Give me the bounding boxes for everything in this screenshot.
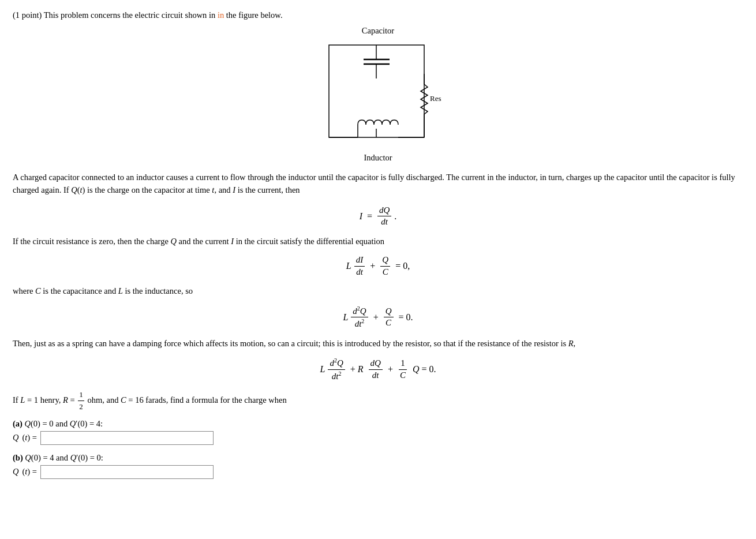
intro-rest: the figure below.	[224, 10, 282, 20]
inductor-label: Inductor	[364, 153, 392, 163]
fraction-qc1: Q C	[380, 254, 390, 278]
part-b-var-label: Q	[13, 467, 18, 477]
fraction-didt: dI dt	[354, 254, 365, 278]
description-para2: If the circuit resistance is zero, then …	[13, 235, 743, 248]
intro-paragraph: (1 point) This problem concerns the elec…	[13, 10, 743, 20]
equation-full-rlc: L d2Q dt2 + R dQ dt + 1 C Q = 0.	[13, 357, 743, 382]
part-b-condition: Q(0) = 4 and Q′(0) = 0:	[25, 453, 103, 462]
intro-text: (1 point) This problem concerns the elec…	[13, 10, 218, 20]
part-b-condition-line: (b) Q(0) = 4 and Q′(0) = 0:	[13, 453, 743, 463]
equation-ld2q: L d2Q dt2 + Q C = 0.	[13, 305, 743, 330]
description-para4: Then, just as as a spring can have a dam…	[13, 337, 743, 350]
part-a-condition: Q(0) = 0 and Q′(0) = 4:	[25, 419, 103, 428]
part-b-input[interactable]	[40, 465, 214, 479]
intro-highlight: in	[218, 10, 224, 20]
circuit-figure: Capacitor Resistor In	[13, 26, 743, 163]
part-a-label: (a)	[13, 419, 23, 428]
resistor-label-text: Resistor	[430, 94, 441, 103]
description-para3: where C is the capacitance and L is the …	[13, 285, 743, 297]
fraction-1c: 1 C	[398, 358, 407, 381]
fraction-d2q2: d2Q dt2	[328, 357, 345, 382]
given-values-text: If L = 1 henry, R = 1 2 ohm, and C = 16 …	[13, 389, 743, 413]
part-b-answer-row: Q(t) =	[13, 465, 743, 479]
part-a-answer-row: Q(t) =	[13, 431, 743, 445]
circuit-diagram: Resistor	[315, 39, 441, 152]
part-a-var-label: Q	[13, 433, 18, 443]
fraction-d2qdt2: d2Q dt2	[351, 305, 368, 330]
part-b-label: (b)	[13, 453, 23, 462]
part-a-condition-line: (a) Q(0) = 0 and Q′(0) = 4:	[13, 419, 743, 429]
equation-ldi: L dI dt + Q C = 0,	[13, 254, 743, 278]
fraction-qc2: Q C	[384, 306, 394, 329]
equation-i-dqdt: I = dQ dt .	[13, 205, 743, 228]
description-para1: A charged capacitor connected to an indu…	[13, 171, 743, 197]
fraction-dqdt2: dQ dt	[369, 358, 383, 381]
fraction-dqdt: dQ dt	[377, 205, 391, 228]
capacitor-label: Capacitor	[362, 26, 394, 36]
part-b-var-paren: (t) =	[22, 467, 37, 477]
page: (1 point) This problem concerns the elec…	[0, 0, 756, 539]
part-a-var-paren: (t) =	[22, 433, 37, 443]
part-a-input[interactable]	[40, 431, 214, 445]
